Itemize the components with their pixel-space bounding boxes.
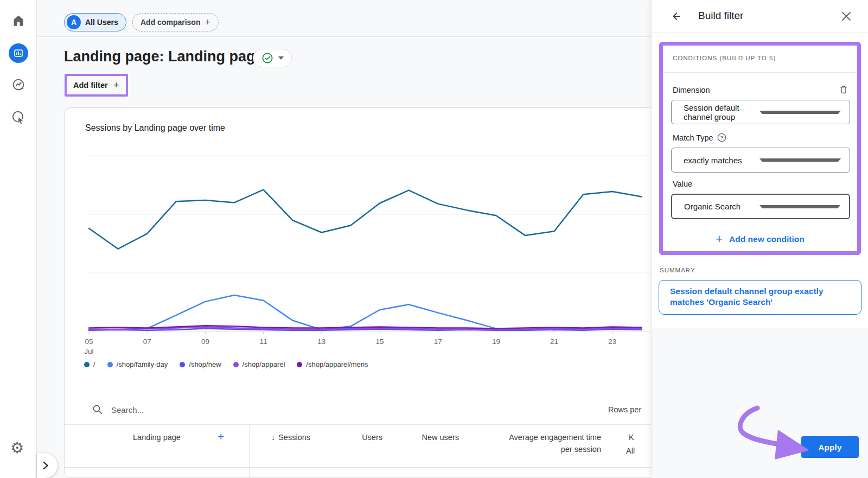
settings-gear-icon[interactable]: ⚙	[10, 441, 24, 456]
svg-text:11: 11	[260, 337, 267, 346]
legend-dot-icon	[233, 362, 239, 367]
legend-label: /shop/apparel	[242, 360, 285, 368]
legend-dot-icon	[84, 362, 90, 367]
key-events-all-label[interactable]: All	[626, 447, 635, 455]
svg-text:19: 19	[492, 337, 500, 346]
target-cursor-icon	[11, 110, 25, 124]
apply-button[interactable]: Apply	[801, 436, 859, 458]
chevron-down-icon	[278, 56, 284, 62]
add-comparison-button[interactable]: Add comparison +	[132, 13, 219, 31]
page-title: Landing page: Landing page	[64, 48, 264, 65]
svg-text:?: ?	[720, 135, 723, 141]
table-search-input[interactable]	[111, 403, 317, 417]
column-header-avg-engagement[interactable]: Average engagement time per session	[503, 431, 601, 455]
legend-dot-icon	[297, 362, 302, 367]
legend-dot-icon	[107, 362, 113, 367]
chart-legend: //shop/family-day/shop/new/shop/apparel/…	[84, 360, 368, 368]
svg-text:23: 23	[608, 337, 616, 346]
sidebar-item-advertising[interactable]	[11, 110, 25, 124]
green-check-icon	[261, 52, 273, 64]
plus-icon: +	[113, 79, 119, 91]
all-users-segment-chip[interactable]: A All Users	[64, 13, 126, 31]
sidebar-expand-handle[interactable]	[37, 453, 58, 478]
sidebar-item-home[interactable]	[11, 14, 25, 28]
match-type-select[interactable]: exactly matches	[671, 148, 850, 173]
legend-item: /shop/new	[180, 360, 221, 368]
legend-dot-icon	[180, 362, 185, 367]
legend-item: /	[84, 360, 95, 368]
legend-item: /shop/family-day	[107, 360, 168, 368]
column-divider	[249, 424, 250, 477]
legend-label: /	[93, 360, 95, 368]
back-arrow-icon[interactable]	[669, 10, 682, 23]
sort-desc-icon: ↓	[271, 431, 275, 443]
ga4-report-screen: ⚙ A All Users Add comparison + Landing p…	[0, 0, 868, 478]
add-new-condition-button[interactable]: + Add new condition	[659, 232, 861, 246]
delete-condition-trash-icon[interactable]	[838, 84, 849, 95]
close-icon[interactable]	[840, 10, 852, 22]
sessions-line-chart: 05Jul070911131517192123	[65, 108, 655, 358]
chevron-down-icon	[760, 158, 841, 164]
legend-label: /shop/new	[189, 360, 221, 368]
svg-text:09: 09	[201, 337, 209, 346]
panel-title: Build filter	[698, 10, 743, 22]
divider	[663, 72, 857, 73]
add-filter-button[interactable]: Add filter +	[67, 76, 126, 94]
svg-text:17: 17	[434, 337, 442, 346]
legend-item: /shop/apparel	[233, 360, 285, 368]
dimension-select[interactable]: Session default channel group	[671, 100, 850, 124]
avatar: A	[67, 15, 81, 29]
add-column-button[interactable]: +	[218, 430, 224, 443]
column-header-users[interactable]: Users	[323, 431, 382, 443]
divider	[65, 467, 655, 468]
plus-icon: +	[205, 17, 210, 28]
add-comparison-label: Add comparison	[141, 18, 200, 27]
chevron-down-icon	[760, 205, 840, 211]
home-icon	[11, 14, 25, 28]
all-users-label: All Users	[85, 18, 118, 27]
divider	[652, 33, 868, 33]
plus-icon: +	[716, 232, 723, 246]
left-nav-sidebar: ⚙	[0, 0, 37, 478]
search-icon	[92, 404, 104, 416]
match-type-label: Match Type ?	[673, 133, 726, 142]
chevron-right-icon	[39, 459, 52, 472]
build-filter-panel: Build filter CONDITIONS (BUILD UP TO 5) …	[651, 0, 868, 478]
value-select[interactable]: Organic Search	[671, 194, 850, 219]
rows-per-page-label: Rows per	[608, 405, 641, 414]
svg-text:07: 07	[143, 337, 151, 346]
header-divider	[37, 36, 651, 37]
column-header-new-users[interactable]: New users	[410, 431, 459, 443]
svg-text:05: 05	[85, 337, 93, 346]
report-status-chip[interactable]	[253, 49, 292, 67]
divider	[65, 424, 655, 425]
column-header-key-events-truncated[interactable]: K	[629, 431, 650, 443]
filter-summary: Session default channel group exactly ma…	[659, 280, 861, 315]
value-label: Value	[673, 180, 692, 188]
trend-arrow-icon	[11, 78, 25, 92]
panel-footer: Apply	[652, 328, 868, 478]
chevron-down-icon	[760, 111, 841, 117]
svg-text:15: 15	[375, 337, 384, 346]
svg-text:Jul: Jul	[84, 347, 93, 355]
legend-item: /shop/apparel/mens	[297, 360, 368, 368]
report-card: Sessions by Landing page over time 05Jul…	[64, 107, 655, 478]
bar-chart-icon	[13, 48, 24, 59]
legend-label: /shop/apparel/mens	[306, 360, 368, 368]
sidebar-item-explore[interactable]	[11, 78, 25, 92]
svg-text:21: 21	[550, 337, 558, 346]
sidebar-item-reports[interactable]	[9, 43, 28, 63]
landing-page-header-label: Landing page	[133, 433, 181, 442]
add-filter-label: Add filter	[73, 81, 108, 90]
summary-heading: SUMMARY	[660, 267, 695, 273]
help-icon[interactable]: ?	[717, 133, 726, 142]
divider	[65, 398, 655, 398]
conditions-heading: CONDITIONS (BUILD UP TO 5)	[673, 55, 776, 61]
legend-label: /shop/family-day	[117, 360, 168, 368]
dimension-label: Dimension	[673, 86, 710, 94]
column-header-sessions[interactable]: ↓Sessions	[251, 431, 310, 443]
svg-text:13: 13	[317, 337, 326, 346]
add-filter-highlight-annotation: Add filter +	[65, 74, 128, 97]
